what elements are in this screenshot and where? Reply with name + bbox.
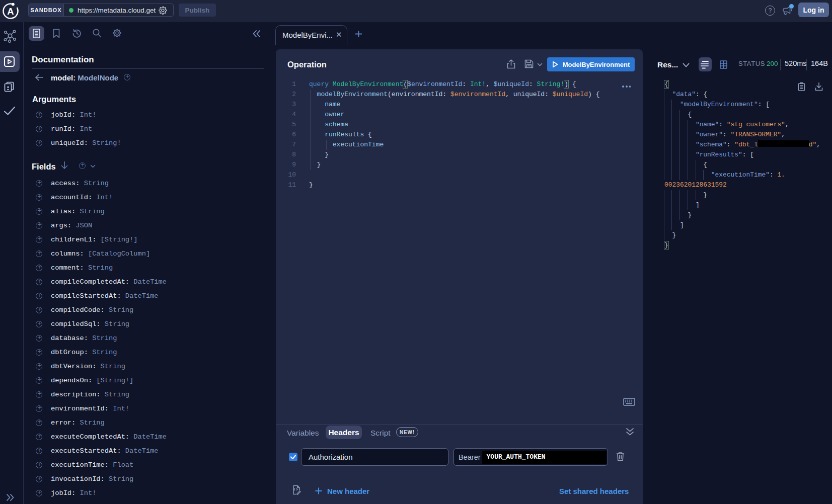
svg-text:A: A [7,6,14,17]
